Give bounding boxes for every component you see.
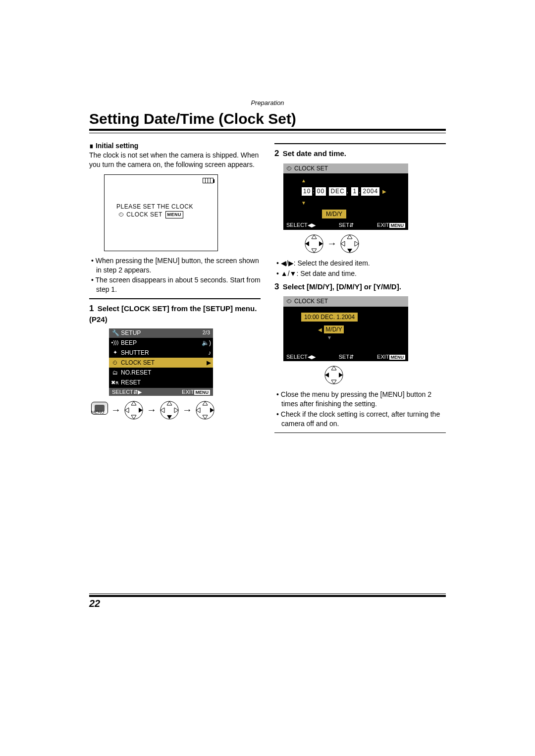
bullet: Check if the clock setting is correct, a… (281, 410, 446, 429)
section-label: Preparation (89, 99, 446, 107)
setup-page: 2/3 (203, 329, 210, 337)
setup-menu-screen: 🔧 SETUP 2/3 •)))BEEP🔈) ✦SHUTTER♪ ⏲CLOCK … (109, 328, 213, 396)
step3-bullets: Close the menu by pressing the [MENU] bu… (274, 390, 446, 429)
right-column: 2 Set date and time. ⏲CLOCK SET ▲ 10:00 … (274, 139, 446, 437)
clock-icon: ⏲ (111, 359, 119, 367)
menu-button-label: MENU (91, 410, 105, 415)
step1-heading: 1 Select [CLOCK SET] from the [SETUP] me… (89, 303, 261, 324)
set-label: SET⇵ (339, 221, 354, 229)
day-field: 1 (351, 187, 358, 195)
step3-text: Select [M/D/Y], [D/M/Y] or [Y/M/D]. (283, 282, 401, 291)
initial-lcd: PLEASE SET THE CLOCK ⏲ CLOCK SET MENU (104, 174, 218, 251)
right-arrow-icon: ▶ (382, 189, 387, 194)
clock-icon: ⏲ (118, 211, 125, 218)
month-field: DEC (329, 187, 346, 195)
clock-set-screen-1: ⏲CLOCK SET ▲ 10:00 DEC. 1.2004 ▶ ▼ M/D/Y… (283, 163, 408, 230)
arrow-icon: → (111, 403, 121, 417)
dpad-right-icon (195, 400, 215, 420)
separator (274, 432, 446, 433)
shutter-icon: ✦ (111, 349, 119, 356)
arrow-icon: → (327, 237, 337, 250)
setup-rows: •)))BEEP🔈) ✦SHUTTER♪ ⏲CLOCK SET▶ 🗂NO.RES… (109, 338, 213, 388)
clock-set-footer: SELECT◀▶ SET⇵ EXITMENU (283, 352, 408, 362)
battery-icon (203, 178, 214, 183)
set-label: SET⇵ (339, 353, 354, 361)
setup-item-beep: •)))BEEP🔈) (109, 338, 213, 348)
setup-item-shutter: ✦SHUTTER♪ (109, 348, 213, 358)
rule (89, 133, 446, 133)
exit-label: EXITMENU (377, 353, 405, 361)
down-arrow-icon: ▼ (327, 335, 332, 340)
separator (89, 298, 261, 299)
arrow-icon: → (147, 403, 157, 417)
step2-heading: 2 Set date and time. (274, 148, 446, 160)
setup-title: 🔧 SETUP (112, 329, 141, 337)
bullet: Close the menu by pressing the [MENU] bu… (281, 390, 446, 409)
setup-item-noreset: 🗂NO.RESET (109, 368, 213, 378)
step2-text: Set date and time. (283, 149, 346, 158)
sound-icon: •))) (111, 339, 119, 346)
clock-icon: ⏲ (286, 164, 292, 172)
exit-label: EXITMENU (377, 221, 405, 229)
reset-icon: ✖ʀ (111, 379, 119, 386)
menu-badge: MENU (165, 211, 184, 218)
step3-number: 3 (274, 282, 279, 291)
step1-dpad-sequence: MENU → → → (91, 399, 261, 421)
dpad-right-icon (304, 234, 324, 254)
setup-select-label: SELECT⇵▶ (112, 388, 142, 396)
step2-bullets: ◀/▶: Select the desired item. ▲/▼: Set d… (274, 259, 446, 278)
clock-set-body: 10:00 DEC. 1.2004 ◀ M/D/Y ▼ (283, 307, 408, 352)
bullet: When pressing the [MENU] button, the scr… (96, 256, 261, 275)
setup-header: 🔧 SETUP 2/3 (109, 328, 213, 337)
page-number: 22 (89, 598, 100, 609)
up-arrow-icon: ▲ (301, 178, 306, 183)
step3-dpad (324, 365, 446, 385)
left-arrow-icon: ◀ (318, 327, 322, 332)
setup-item-reset: ✖ʀRESET (109, 378, 213, 387)
date-plain: 10:00 DEC. 1.2004 (301, 313, 358, 322)
select-label: SELECT◀▶ (286, 221, 316, 229)
step3-heading: 3 Select [M/D/Y], [D/M/Y] or [Y/M/D]. (274, 281, 446, 293)
dpad-right-icon (124, 400, 144, 420)
note-icon: ♪ (208, 349, 211, 357)
date-format-label: M/D/Y (322, 210, 346, 218)
date-row: 10:00 DEC. 1.2004 ▶ (301, 187, 404, 195)
clock-set-body: ▲ 10:00 DEC. 1.2004 ▶ ▼ M/D/Y (283, 173, 408, 220)
columns: Initial setting The clock is not set whe… (89, 139, 446, 437)
step1-text: Select [CLOCK SET] from the [SETUP] menu… (89, 304, 257, 324)
year-field: 2004 (361, 187, 379, 195)
initial-bullets: When pressing the [MENU] button, the scr… (89, 256, 261, 295)
speaker-icon: 🔈) (202, 339, 211, 347)
lcd-clock-line: ⏲ CLOCK SET MENU (118, 211, 183, 218)
page-title: Setting Date/Time (Clock Set) (89, 110, 446, 131)
bullet: The screen disappears in about 5 seconds… (96, 275, 261, 294)
step2-dpad-sequence: → (304, 234, 446, 254)
dpad-down-icon (160, 400, 179, 420)
dpad-down-icon (340, 234, 360, 254)
bullet: ▲/▼: Set date and time. (281, 269, 446, 278)
bullet: ◀/▶: Select the desired item. (281, 259, 446, 268)
setup-exit-label: EXITMENU (182, 388, 210, 396)
initial-setting-text: The clock is not set when the camera is … (89, 151, 261, 169)
arrow-icon: → (182, 403, 192, 417)
down-arrow-icon: ▼ (301, 200, 306, 206)
clock-set-title: ⏲CLOCK SET (283, 296, 408, 306)
clock-set-footer: SELECT◀▶ SET⇵ EXITMENU (283, 220, 408, 230)
setup-footer: SELECT⇵▶ EXITMENU (109, 388, 213, 396)
step1-number: 1 (89, 304, 94, 313)
manual-page: Preparation Setting Date/Time (Clock Set… (0, 0, 535, 629)
clock-set-title: ⏲CLOCK SET (283, 163, 408, 173)
clock-set-screen-2: ⏲CLOCK SET 10:00 DEC. 1.2004 ◀ M/D/Y ▼ S… (283, 296, 408, 361)
counter-icon: 🗂 (111, 369, 119, 377)
setup-item-clock-set: ⏲CLOCK SET▶ (109, 358, 213, 368)
select-label: SELECT◀▶ (286, 353, 316, 361)
clock-icon: ⏲ (286, 297, 292, 305)
minute-field: 00 (316, 187, 326, 195)
hour-field: 10 (302, 187, 312, 195)
dpad-leftright-icon (324, 365, 344, 385)
initial-setting-heading: Initial setting (89, 141, 261, 151)
lcd-clock-label: CLOCK SET (126, 211, 162, 218)
separator (274, 143, 446, 144)
step2-number: 2 (274, 149, 279, 158)
footer-rule-thin (89, 594, 446, 594)
